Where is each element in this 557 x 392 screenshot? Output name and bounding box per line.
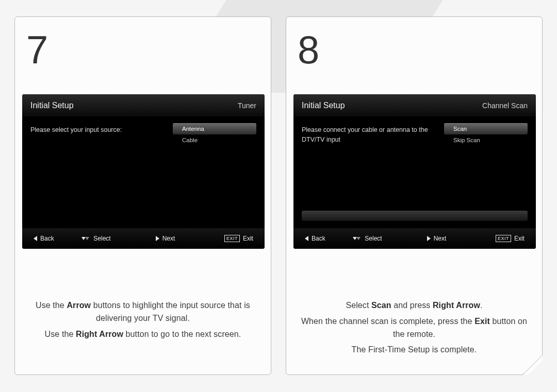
option-skip-scan[interactable]: Skip Scan — [444, 134, 528, 146]
tv-prompt: Please connect your cable or antenna to … — [302, 123, 436, 145]
arrow-left-icon — [305, 236, 308, 241]
step-panel-7: 7 Initial Setup Tuner Please select your… — [14, 16, 271, 375]
tv-body: Please select your input source: Antenna… — [22, 117, 265, 228]
tv-screen-tuner: Initial Setup Tuner Please select your i… — [22, 94, 265, 249]
tv-subtitle: Tuner — [238, 101, 256, 110]
exit-box-icon: EXIT — [496, 235, 511, 242]
step-panel-8: 8 Initial Setup Channel Scan Please conn… — [286, 16, 543, 375]
progress-bar — [302, 211, 528, 221]
arrow-right-icon — [427, 236, 431, 241]
tv-title: Initial Setup — [30, 101, 74, 110]
option-list: Scan Skip Scan — [444, 123, 528, 146]
nav-exit-label: Exit — [514, 235, 525, 242]
tv-screen-channel-scan: Initial Setup Channel Scan Please connec… — [293, 94, 536, 249]
instruction-line-2: Use the Right Arrow button to go to the … — [27, 328, 258, 341]
page-row: 7 Initial Setup Tuner Please select your… — [14, 16, 543, 377]
arrow-left-icon — [34, 236, 37, 241]
step-number: 8 — [286, 17, 542, 72]
nav-next-label: Next — [162, 235, 175, 242]
instruction-line-3: The First-Time Setup is complete. — [299, 344, 530, 356]
nav-exit[interactable]: EXIT Exit — [496, 235, 525, 242]
instruction-line-1: Select Scan and press Right Arrow. — [299, 299, 530, 312]
nav-select[interactable]: Select — [353, 235, 425, 242]
nav-back-label: Back — [40, 235, 54, 242]
tv-header: Initial Setup Tuner — [22, 94, 265, 117]
step-number: 7 — [15, 17, 271, 72]
tv-footer: Back Select Next EXIT Exit — [22, 228, 265, 249]
instructions: Use the Arrow buttons to highlight the i… — [27, 299, 258, 344]
nav-exit-label: Exit — [243, 235, 253, 242]
option-list: Antenna Cable — [173, 123, 256, 146]
nav-select[interactable]: Select — [81, 235, 154, 242]
instructions: Select Scan and press Right Arrow. When … — [299, 299, 530, 360]
tv-prompt: Please select your input source: — [30, 123, 165, 135]
nav-exit[interactable]: EXIT Exit — [224, 235, 253, 242]
nav-select-label: Select — [365, 235, 382, 242]
arrow-right-icon — [156, 236, 159, 241]
select-icon — [353, 237, 362, 240]
exit-box-icon: EXIT — [224, 235, 240, 242]
tv-subtitle: Channel Scan — [482, 101, 528, 110]
nav-select-label: Select — [93, 235, 110, 242]
nav-back[interactable]: Back — [305, 235, 351, 242]
tv-title: Initial Setup — [302, 101, 345, 110]
select-icon — [81, 237, 90, 240]
nav-next[interactable]: Next — [427, 235, 494, 242]
tv-header: Initial Setup Channel Scan — [293, 94, 536, 117]
instruction-line-2: When the channel scan is complete, press… — [299, 315, 530, 341]
option-cable[interactable]: Cable — [173, 134, 256, 146]
nav-next-label: Next — [434, 235, 447, 242]
instruction-line-1: Use the Arrow buttons to highlight the i… — [27, 299, 258, 325]
option-scan[interactable]: Scan — [444, 123, 528, 134]
tv-footer: Back Select Next EXIT Exit — [293, 228, 536, 249]
nav-back[interactable]: Back — [34, 235, 80, 242]
nav-next[interactable]: Next — [156, 235, 223, 242]
nav-back-label: Back — [312, 235, 325, 242]
option-antenna[interactable]: Antenna — [173, 123, 256, 134]
tv-body: Please connect your cable or antenna to … — [293, 117, 536, 228]
